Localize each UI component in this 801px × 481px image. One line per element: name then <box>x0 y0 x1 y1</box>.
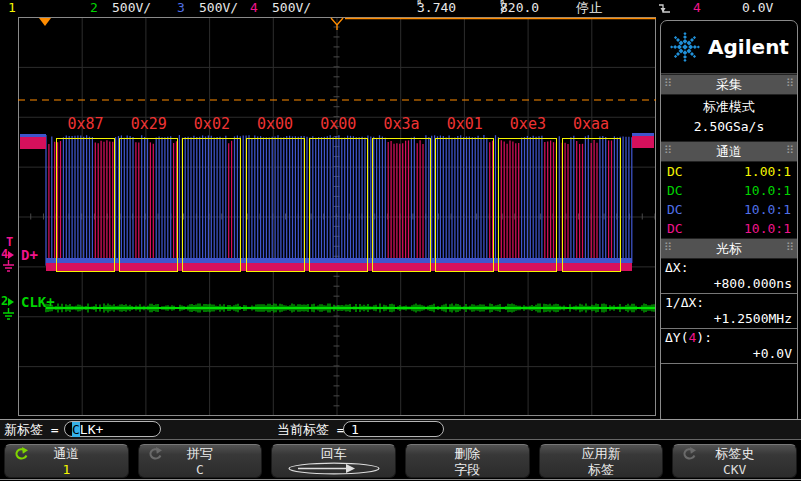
cycle-arrow-icon <box>14 447 29 465</box>
new-label-input[interactable]: CLK+ <box>64 421 161 437</box>
sample-rate: 2.50GSa/s <box>661 117 797 137</box>
channel-4-ground-icon <box>2 260 15 275</box>
cursor-readouts: ΔX:+800.000ns1/ΔX:+1.2500MHzΔY(4):+0.0V <box>661 259 797 364</box>
softkey-5[interactable]: 应用新标签 <box>539 444 664 478</box>
channel-row-2: DC10.0:1 <box>661 181 797 200</box>
softkey-value: 1 <box>62 462 70 477</box>
channel-1-indicator: 1 <box>8 0 16 16</box>
channel-status-list: DC1.00:1DC10.0:1DC10.0:1DC10.0:1 <box>661 162 797 238</box>
bus-value-label: 0x87 <box>56 116 115 132</box>
channel-4-ground-marker[interactable]: 4 <box>1 248 14 260</box>
cycle-arrow-icon <box>148 447 163 465</box>
top-ch4-number: 4 <box>250 0 258 16</box>
softkey-1[interactable]: 通道1 <box>4 444 129 478</box>
channel-2-ground-marker[interactable]: 2 <box>1 295 14 307</box>
bus-value-label: 0xe3 <box>498 116 557 132</box>
section-header-acquisition[interactable]: ⠿ 采集 ⠿ <box>661 74 797 95</box>
channel-row-1: DC1.00:1 <box>661 162 797 181</box>
softkey-4[interactable]: 删除字段 <box>405 444 530 478</box>
section-header-cursors[interactable]: ⠿ 光标 ⠿ <box>661 238 797 259</box>
acquisition-info: 标准模式 2.50GSa/s <box>661 95 797 141</box>
bus-frame-box <box>56 138 115 272</box>
text-cursor: C <box>72 422 80 437</box>
probe-ratio: 10.0:1 <box>744 200 791 219</box>
top-ch3-number: 3 <box>177 0 185 16</box>
grip-icon: ⠿ <box>786 144 794 158</box>
bus-frame-box <box>562 138 621 272</box>
channel-row-4: DC10.0:1 <box>661 219 797 238</box>
cursor-label: ΔY(4): <box>661 329 797 346</box>
section-title: 采集 <box>716 76 742 94</box>
softkey-label: 回车 <box>321 446 347 461</box>
bus-value-label: 0x00 <box>246 116 305 132</box>
top-ch3-scale: 500V/ <box>199 0 238 16</box>
data-signal-label: D+ <box>21 247 38 263</box>
left-margin: T 4 2 <box>0 17 18 416</box>
softkey-6[interactable]: 标签史CKV <box>672 444 797 478</box>
probe-ratio: 1.00:1 <box>744 162 791 181</box>
softkey-2[interactable]: 拼写C <box>138 444 263 478</box>
softkey-label: 拼写 <box>187 446 213 461</box>
channel-2-ground-icon <box>2 308 15 323</box>
softkey-value: CKV <box>723 462 746 477</box>
channel-row-3: DC10.0:1 <box>661 200 797 219</box>
oscilloscope-screen: { "top_bar": { "ch1_label": "1", "channe… <box>0 0 801 481</box>
section-title: 通道 <box>716 143 742 161</box>
coupling: DC <box>667 162 683 181</box>
current-label-caption: 当前标签 = <box>277 420 345 439</box>
grip-icon: ⠿ <box>664 77 672 91</box>
run-state: 停止 <box>576 0 602 16</box>
probe-ratio: 10.0:1 <box>744 219 791 238</box>
status-bar: 1 2500V/3500V/4500V/ 3.740µs 820.0ns/ 停止… <box>0 0 801 17</box>
bus-value-label: 0x00 <box>309 116 368 132</box>
bus-value-label: 0x29 <box>119 116 178 132</box>
info-sidebar: Agilent ⠿ 采集 ⠿ 标准模式 2.50GSa/s ⠿ 通道 ⠿ DC1… <box>660 20 798 425</box>
trigger-level: 0.0V <box>742 0 773 16</box>
input-char: L <box>80 422 88 437</box>
grip-icon: ⠿ <box>664 144 672 158</box>
bus-frame-box <box>435 138 494 272</box>
waveform-display: 0x870x290x020x000x000x3a0x010xe30xaa D+ … <box>18 17 656 416</box>
top-ch2-scale: 500V/ <box>112 0 151 16</box>
bus-frame-box <box>309 138 368 272</box>
softkey-menu: 通道1拼写C回车删除字段应用新标签标签史CKV <box>0 443 801 480</box>
label-edit-bar: 新标签 = CLK+ 当前标签 = 1 <box>0 419 801 440</box>
softkey-label: 应用新 <box>582 446 621 461</box>
softkey-label: 删除 <box>454 446 480 461</box>
coupling: DC <box>667 219 683 238</box>
top-ch2-number: 2 <box>90 0 98 16</box>
enter-arrow-icon <box>286 463 382 478</box>
trigger-source: 4 <box>693 0 701 16</box>
brand-area: Agilent <box>661 21 797 74</box>
bus-value-label: 0x01 <box>435 116 494 132</box>
trigger-edge-icon <box>658 2 671 19</box>
section-title: 光标 <box>716 240 742 258</box>
softkey-3[interactable]: 回车 <box>271 444 396 478</box>
cursor-label: ΔX: <box>661 259 797 276</box>
coupling: DC <box>667 181 683 200</box>
probe-ratio: 10.0:1 <box>744 181 791 200</box>
grip-icon: ⠿ <box>664 241 672 255</box>
softkey-value: 字段 <box>454 462 480 477</box>
bus-frame-box <box>119 138 178 272</box>
cursor-label: 1/ΔX: <box>661 294 797 311</box>
coupling: DC <box>667 200 683 219</box>
cursor-value: +0.0V <box>661 346 797 364</box>
cursor-value: +800.000ns <box>661 276 797 294</box>
softkey-value: C <box>196 462 204 477</box>
cycle-arrow-icon <box>682 447 697 465</box>
softkey-value: 标签 <box>588 462 614 477</box>
cursor-value: +1.2500MHz <box>661 311 797 329</box>
new-label-caption: 新标签 = <box>4 420 59 439</box>
bus-frame-box <box>498 138 557 272</box>
bus-value-label: 0x3a <box>372 116 431 132</box>
acquisition-mode: 标准模式 <box>661 97 797 117</box>
softkey-label: 标签史 <box>715 446 754 461</box>
agilent-spark-icon <box>669 30 701 64</box>
section-header-channels[interactable]: ⠿ 通道 ⠿ <box>661 141 797 162</box>
bus-frame-box <box>372 138 431 272</box>
bus-value-label: 0x02 <box>182 116 241 132</box>
brand-name: Agilent <box>708 35 789 59</box>
current-label-input[interactable]: 1 <box>343 421 444 437</box>
clock-signal-label: CLK+ <box>21 294 55 310</box>
